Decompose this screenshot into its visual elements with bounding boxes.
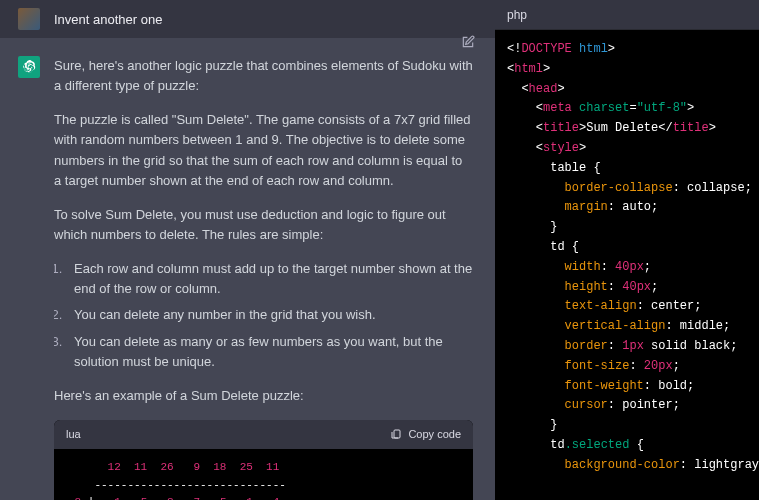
example-label: Here's an example of a Sum Delete puzzle… (54, 386, 473, 406)
rule-item: You can delete any number in the grid th… (66, 305, 473, 325)
assistant-intro: Sure, here's another logic puzzle that c… (54, 56, 473, 96)
assistant-body: Sure, here's another logic puzzle that c… (54, 56, 473, 500)
rule-item: Each row and column must add up to the t… (66, 259, 473, 299)
user-message: Invent another one (0, 0, 495, 38)
edit-icon[interactable] (461, 35, 475, 52)
rules-list: Each row and column must add up to the t… (54, 259, 473, 372)
clipboard-icon (390, 428, 402, 440)
code-block: lua Copy code 12 11 26 9 18 25 11 ------… (54, 420, 473, 500)
assistant-avatar (18, 56, 40, 78)
user-avatar (18, 8, 40, 30)
code-content[interactable]: 12 11 26 9 18 25 11 --------------------… (54, 449, 473, 500)
code-lang: lua (66, 426, 81, 443)
assistant-desc: The puzzle is called "Sum Delete". The g… (54, 110, 473, 191)
source-code[interactable]: <!DOCTYPE html> <html> <head> <meta char… (495, 30, 759, 500)
code-header: lua Copy code (54, 420, 473, 449)
assistant-solve: To solve Sum Delete, you must use deduct… (54, 205, 473, 245)
user-prompt-text: Invent another one (54, 12, 477, 27)
svg-rect-0 (394, 430, 400, 438)
chat-panel: Invent another one Sure, here's another … (0, 0, 495, 500)
source-lang-label: php (495, 0, 759, 30)
source-panel: php <!DOCTYPE html> <html> <head> <meta … (495, 0, 759, 500)
copy-code-label: Copy code (408, 426, 461, 443)
copy-code-button[interactable]: Copy code (390, 426, 461, 443)
rule-item: You can delete as many or as few numbers… (66, 332, 473, 372)
assistant-message: Sure, here's another logic puzzle that c… (0, 38, 495, 500)
